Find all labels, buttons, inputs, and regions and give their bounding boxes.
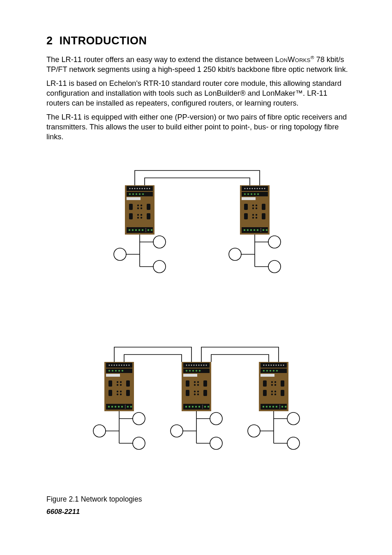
section-number: 2 bbox=[46, 35, 53, 47]
figure-container: Figure 2.1 Network topologies 6608-2211 bbox=[46, 161, 351, 516]
doc-number: 6608-2211 bbox=[46, 508, 80, 516]
registered-mark: ® bbox=[311, 55, 314, 60]
brand-lonworks: LonWorks bbox=[275, 55, 311, 64]
network-topology-diagram bbox=[76, 161, 322, 481]
p1-run1: The LR-11 router offers an easy way to e… bbox=[46, 55, 275, 64]
intro-para-2: LR-11 is based on Echelon's RTR-10 stand… bbox=[46, 78, 351, 108]
intro-para-1: The LR-11 router offers an easy way to e… bbox=[46, 55, 351, 74]
intro-para-3: The LR-11 is equipped with either one (P… bbox=[46, 112, 351, 142]
section-heading: 2 INTRODUCTION bbox=[46, 35, 351, 47]
figure-caption: Figure 2.1 Network topologies bbox=[46, 495, 142, 504]
section-title-text: INTRODUCTION bbox=[60, 35, 147, 47]
document-page: 2 INTRODUCTION The LR-11 router offers a… bbox=[0, 0, 392, 541]
